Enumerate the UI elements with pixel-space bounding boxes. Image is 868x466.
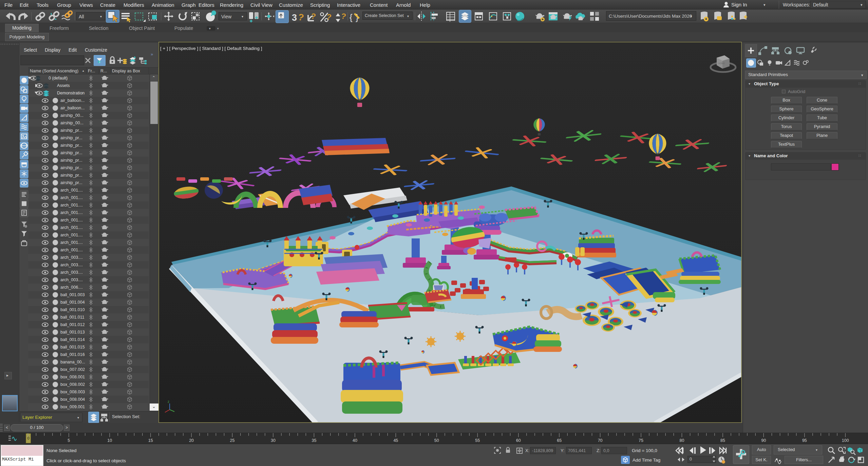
svg-text:HOME: HOME bbox=[718, 62, 725, 65]
svg-text:[ + ] [ Perspective ] [ Standa: [ + ] [ Perspective ] [ Standard ] [ Def… bbox=[160, 46, 262, 51]
svg-text:z: z bbox=[168, 400, 169, 404]
